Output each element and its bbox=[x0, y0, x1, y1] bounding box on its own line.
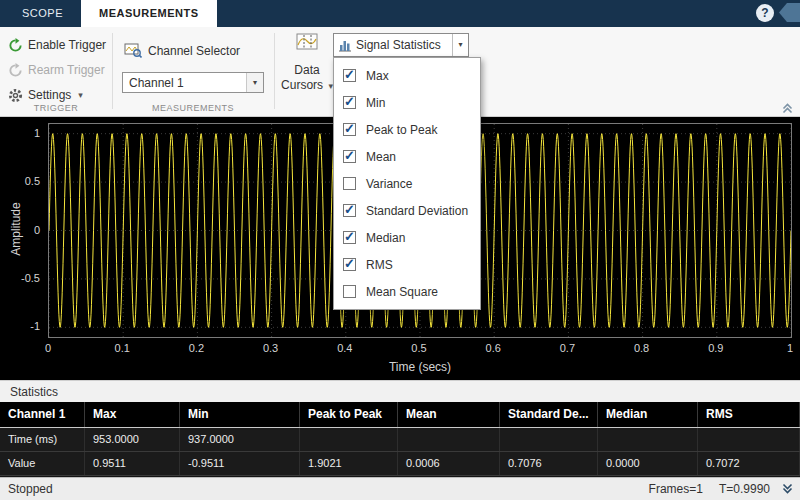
trigger-section-label: TRIGGER bbox=[0, 103, 112, 113]
data-cursors-icon bbox=[296, 33, 318, 50]
frames-count: Frames=1 bbox=[649, 478, 703, 500]
y-tick-label: -1 bbox=[30, 320, 40, 332]
statistics-table: Channel 1MaxMinPeak to PeakMeanStandard … bbox=[0, 402, 800, 477]
menu-item-standard-deviation[interactable]: Standard Deviation bbox=[334, 197, 480, 224]
stats-column-header: Mean bbox=[398, 402, 500, 427]
checked-checkbox-icon[interactable] bbox=[343, 204, 356, 217]
checked-checkbox-icon[interactable] bbox=[343, 123, 356, 136]
menu-item-label: RMS bbox=[366, 258, 393, 272]
y-ticks: 10.50-0.5-1 bbox=[0, 123, 44, 338]
stat-value: 953.0000 bbox=[85, 428, 180, 451]
menu-item-mean-square[interactable]: Mean Square bbox=[334, 278, 480, 305]
unchecked-checkbox-icon[interactable] bbox=[343, 177, 356, 190]
stat-value: 937.0000 bbox=[180, 428, 300, 451]
stat-value: 0.7072 bbox=[698, 452, 800, 475]
chevron-down-icon: ▾ bbox=[78, 90, 83, 100]
signal-statistics-menu: MaxMinPeak to PeakMeanVarianceStandard D… bbox=[333, 57, 481, 310]
tab-measurements[interactable]: MEASUREMENTS bbox=[81, 0, 217, 27]
data-cursors-button[interactable]: Data Cursors ▾ bbox=[281, 33, 333, 94]
collapse-statusbar-icon[interactable] bbox=[781, 483, 794, 494]
menu-item-label: Standard Deviation bbox=[366, 204, 468, 218]
stats-header-row: Channel 1MaxMinPeak to PeakMeanStandard … bbox=[0, 402, 800, 428]
stat-value: 0.9511 bbox=[85, 452, 180, 475]
scope-window: SCOPE MEASUREMENTS ? Enable Trigger Rear… bbox=[0, 0, 800, 500]
menu-item-median[interactable]: Median bbox=[334, 224, 480, 251]
menu-item-label: Mean bbox=[366, 150, 396, 164]
x-tick-label: 0.8 bbox=[634, 342, 649, 354]
x-tick-label: 0 bbox=[45, 342, 51, 354]
x-tick-label: 0.7 bbox=[560, 342, 575, 354]
menu-item-mean[interactable]: Mean bbox=[334, 143, 480, 170]
stat-value bbox=[500, 428, 598, 451]
enable-trigger-icon bbox=[8, 38, 23, 53]
channel-dropdown[interactable]: Channel 1 ▾ bbox=[122, 72, 264, 93]
menu-item-label: Mean Square bbox=[366, 285, 438, 299]
status-bar: Stopped Frames=1 T=0.9990 bbox=[0, 477, 800, 500]
menu-item-variance[interactable]: Variance bbox=[334, 170, 480, 197]
menu-item-rms[interactable]: RMS bbox=[334, 251, 480, 278]
collapse-panel-icon[interactable] bbox=[781, 103, 794, 114]
data-cursors-label: Data Cursors bbox=[281, 63, 323, 92]
y-tick-label: 0 bbox=[34, 224, 40, 236]
help-button[interactable]: ? bbox=[756, 4, 774, 22]
settings-button[interactable]: Settings ▾ bbox=[8, 86, 83, 104]
x-axis-label: Time (secs) bbox=[48, 360, 792, 374]
settings-label: Settings bbox=[28, 88, 71, 102]
x-tick-label: 0.6 bbox=[486, 342, 501, 354]
stat-value: 0.7076 bbox=[500, 452, 598, 475]
stats-column-header: Standard De... bbox=[500, 402, 598, 427]
x-tick-label: 0.5 bbox=[411, 342, 426, 354]
menu-item-max[interactable]: Max bbox=[334, 62, 480, 89]
menu-item-label: Median bbox=[366, 231, 405, 245]
ribbon-separator bbox=[274, 33, 275, 109]
enable-trigger-label: Enable Trigger bbox=[28, 38, 106, 52]
unchecked-checkbox-icon[interactable] bbox=[343, 285, 356, 298]
table-row: Value0.9511-0.95111.90210.00060.70760.00… bbox=[0, 452, 800, 476]
checked-checkbox-icon[interactable] bbox=[343, 258, 356, 271]
enable-trigger-button[interactable]: Enable Trigger bbox=[8, 36, 106, 54]
stat-value bbox=[698, 428, 800, 451]
y-tick-label: -0.5 bbox=[21, 272, 40, 284]
chevron-down-icon[interactable]: ▾ bbox=[246, 73, 263, 92]
stats-column-header: Min bbox=[180, 402, 300, 427]
checked-checkbox-icon[interactable] bbox=[343, 150, 356, 163]
signal-statistics-button[interactable]: Signal Statistics ▾ bbox=[333, 33, 469, 57]
channel-selector-label: Channel Selector bbox=[148, 44, 240, 58]
rearm-trigger-button: Rearm Trigger bbox=[8, 61, 105, 79]
x-ticks: 00.10.20.30.40.50.60.70.80.91 bbox=[48, 342, 792, 356]
channel-selector-header: Channel Selector bbox=[124, 43, 240, 58]
x-tick-label: 0.4 bbox=[337, 342, 352, 354]
row-label: Value bbox=[0, 452, 85, 475]
x-tick-label: 1 bbox=[787, 342, 793, 354]
menu-item-min[interactable]: Min bbox=[334, 89, 480, 116]
menu-item-label: Min bbox=[366, 96, 385, 110]
stats-column-header: Channel 1 bbox=[0, 402, 85, 427]
channel-dropdown-value: Channel 1 bbox=[123, 76, 246, 90]
checked-checkbox-icon[interactable] bbox=[343, 231, 356, 244]
toolstrip-corner-arrow-icon[interactable] bbox=[779, 3, 800, 22]
menu-item-label: Peak to Peak bbox=[366, 123, 437, 137]
checked-checkbox-icon[interactable] bbox=[343, 69, 356, 82]
y-tick-label: 0.5 bbox=[25, 175, 40, 187]
x-tick-label: 0.9 bbox=[708, 342, 723, 354]
stat-value: 1.9021 bbox=[300, 452, 398, 475]
checked-checkbox-icon[interactable] bbox=[343, 96, 356, 109]
signal-statistics-icon bbox=[338, 38, 352, 52]
x-tick-label: 0.3 bbox=[263, 342, 278, 354]
stat-value bbox=[300, 428, 398, 451]
stats-column-header: RMS bbox=[698, 402, 800, 427]
menu-item-peak-to-peak[interactable]: Peak to Peak bbox=[334, 116, 480, 143]
stat-value bbox=[398, 428, 500, 451]
menu-item-label: Max bbox=[366, 69, 389, 83]
signal-statistics-label: Signal Statistics bbox=[352, 38, 452, 52]
stats-column-header: Median bbox=[598, 402, 698, 427]
tab-scope[interactable]: SCOPE bbox=[4, 0, 81, 27]
row-label: Time (ms) bbox=[0, 428, 85, 451]
rearm-trigger-icon bbox=[8, 63, 23, 78]
stats-body: Time (ms)953.0000937.0000Value0.9511-0.9… bbox=[0, 428, 800, 476]
channel-selector-icon bbox=[124, 43, 142, 58]
chevron-down-icon[interactable]: ▾ bbox=[452, 34, 468, 56]
status-text: Stopped bbox=[8, 478, 53, 500]
x-tick-label: 0.2 bbox=[189, 342, 204, 354]
gear-icon bbox=[8, 88, 23, 103]
